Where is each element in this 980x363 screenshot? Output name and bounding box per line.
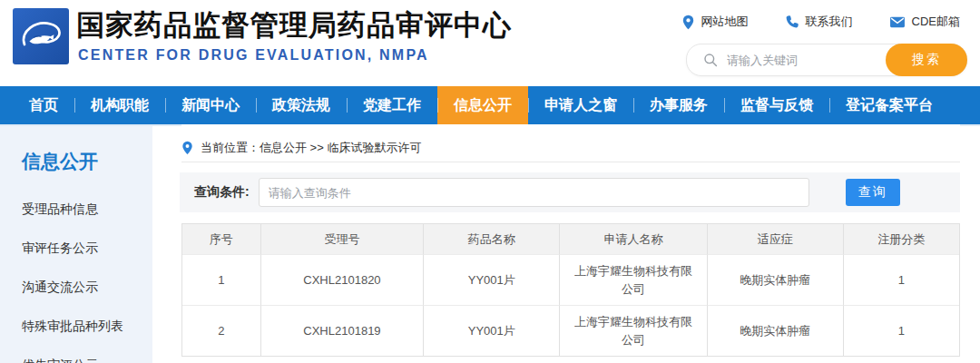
sidebar-item-受理品种信息[interactable]: 受理品种信息: [22, 190, 123, 229]
table-cell: 2: [182, 305, 260, 356]
cde-logo: [13, 8, 69, 64]
table-cell: 晚期实体肿瘤: [707, 305, 843, 356]
main-nav: 首页机构职能新闻中心政策法规党建工作信息公开申请人之窗办事服务监督与反馈登记备案…: [0, 86, 980, 124]
sidebar-items: 受理品种信息审评任务公示沟通交流公示特殊审批品种列表优先审评公示: [22, 190, 123, 363]
nav-item-信息公开[interactable]: 信息公开: [437, 86, 528, 124]
query-input[interactable]: [259, 178, 809, 207]
column-header: 注册分类: [843, 224, 959, 254]
column-header: 药品名称: [423, 224, 559, 254]
sidebar-item-沟通交流公示[interactable]: 沟通交流公示: [22, 268, 123, 307]
table-cell: YY001片: [423, 305, 559, 356]
header-link-label: 网站地图: [701, 14, 749, 30]
header-link-网站地图[interactable]: 网站地图: [681, 14, 749, 30]
sidebar: 信息公开 受理品种信息审评任务公示沟通交流公示特殊审批品种列表优先审评公示: [0, 126, 152, 363]
nav-item-党建工作[interactable]: 党建工作: [347, 86, 437, 124]
nav-item-首页[interactable]: 首页: [13, 86, 74, 124]
query-bar: 查询条件: 查询: [180, 172, 960, 212]
mail-icon: [889, 15, 906, 29]
main-content: 当前位置：信息公开 >> 临床试验默示许可 查询条件: 查询 序号受理号药品名称…: [181, 124, 960, 363]
table-header-row: 序号受理号药品名称申请人名称适应症注册分类: [182, 224, 959, 254]
phone-icon: [785, 15, 799, 29]
column-header: 序号: [182, 224, 260, 254]
column-header: 受理号: [260, 224, 424, 254]
nav-item-监督与反馈[interactable]: 监督与反馈: [724, 86, 829, 124]
nav-item-申请人之窗[interactable]: 申请人之窗: [528, 86, 633, 124]
table-cell: 上海宇耀生物科技有限公司: [559, 254, 707, 305]
page-title: 国家药品监督管理局药品审评中心: [76, 6, 512, 44]
nav-item-登记备案平台[interactable]: 登记备案平台: [829, 86, 949, 124]
sidebar-item-特殊审批品种列表[interactable]: 特殊审批品种列表: [22, 307, 123, 346]
header-links: 网站地图联系我们CDE邮箱: [681, 14, 960, 30]
search-icon: [703, 53, 718, 71]
sidebar-item-审评任务公示[interactable]: 审评任务公示: [22, 229, 123, 268]
header-link-label: 联系我们: [806, 14, 853, 30]
nav-item-新闻中心[interactable]: 新闻中心: [165, 86, 256, 124]
header-link-CDE邮箱[interactable]: CDE邮箱: [889, 14, 960, 30]
cde-logo-swoosh-icon: [16, 12, 65, 61]
pin-icon: [681, 15, 695, 30]
table-cell: 晚期实体肿瘤: [707, 254, 843, 305]
search-button[interactable]: 搜索: [886, 44, 967, 76]
search-input[interactable]: [725, 45, 892, 74]
table-cell: CXHL2101820: [260, 254, 424, 305]
site-header: 国家药品监督管理局药品审评中心 CENTER FOR DRUG EVALUATI…: [0, 0, 980, 86]
page-subtitle: CENTER FOR DRUG EVALUATION, NMPA: [78, 47, 429, 64]
sidebar-item-优先审评公示[interactable]: 优先审评公示: [22, 346, 123, 363]
table-row: 2CXHL2101819YY001片上海宇耀生物科技有限公司晚期实体肿瘤1: [182, 305, 959, 356]
nav-item-办事服务[interactable]: 办事服务: [633, 86, 724, 124]
search-box: 搜索: [686, 44, 967, 76]
sidebar-title: 信息公开: [22, 149, 98, 174]
table-cell: YY001片: [423, 254, 559, 305]
location-pin-icon: [181, 141, 193, 155]
nav-item-政策法规[interactable]: 政策法规: [256, 86, 347, 124]
column-header: 适应症: [707, 224, 843, 254]
table-cell: 1: [843, 254, 959, 305]
table-cell: 1: [182, 254, 260, 305]
breadcrumb: 当前位置：信息公开 >> 临床试验默示许可: [181, 133, 960, 162]
results-table: 序号受理号药品名称申请人名称适应症注册分类1CXHL2101820YY001片上…: [181, 223, 960, 357]
table-cell: CXHL2101819: [260, 305, 424, 356]
table-row: 1CXHL2101820YY001片上海宇耀生物科技有限公司晚期实体肿瘤1: [182, 254, 959, 305]
breadcrumb-text: 当前位置：信息公开 >> 临床试验默示许可: [201, 140, 421, 156]
nav-item-机构职能[interactable]: 机构职能: [74, 86, 165, 124]
column-header: 申请人名称: [559, 224, 707, 254]
header-link-联系我们[interactable]: 联系我们: [785, 14, 853, 30]
query-label: 查询条件:: [194, 184, 250, 201]
table-cell: 1: [843, 305, 959, 356]
query-button[interactable]: 查询: [846, 179, 900, 206]
header-link-label: CDE邮箱: [912, 14, 960, 30]
table-cell: 上海宇耀生物科技有限公司: [559, 305, 707, 356]
